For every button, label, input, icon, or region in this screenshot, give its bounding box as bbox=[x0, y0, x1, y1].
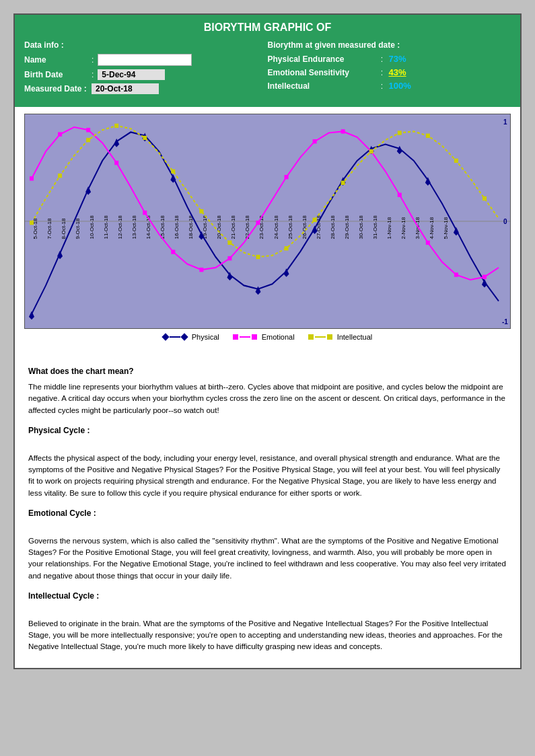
svg-rect-82 bbox=[398, 130, 402, 135]
physical-cycle-title: Physical Cycle : bbox=[28, 426, 507, 435]
svg-rect-83 bbox=[426, 134, 430, 138]
svg-rect-52 bbox=[30, 176, 34, 180]
emotional-line-icon bbox=[233, 334, 257, 340]
svg-rect-75 bbox=[199, 209, 203, 213]
emotional-value: 43% bbox=[389, 67, 406, 77]
svg-text:28-Oct-18: 28-Oct-18 bbox=[330, 215, 336, 239]
chart-meaning-title: What does the chart mean? bbox=[28, 367, 507, 376]
legend-physical: Physical bbox=[163, 333, 219, 341]
intellectual-cycle-body: Believed to originate in the brain. What… bbox=[28, 618, 507, 653]
physical-colon: : bbox=[376, 54, 389, 64]
birth-date-colon: : bbox=[92, 70, 94, 79]
svg-text:20-Oct-18: 20-Oct-18 bbox=[217, 215, 223, 239]
svg-text:13-Oct-18: 13-Oct-18 bbox=[131, 215, 137, 239]
svg-rect-65 bbox=[398, 193, 402, 197]
svg-rect-80 bbox=[341, 181, 345, 185]
svg-text:-1: -1 bbox=[502, 317, 508, 325]
emotional-legend-label: Emotional bbox=[262, 333, 295, 341]
intellectual-label: Intellectual bbox=[268, 81, 376, 91]
svg-text:1-Nov-18: 1-Nov-18 bbox=[386, 217, 392, 239]
svg-rect-72 bbox=[114, 124, 118, 128]
svg-text:12-Oct-18: 12-Oct-18 bbox=[117, 215, 123, 239]
header: BIORYTHM GRAPHIC OF Data info : Name : B… bbox=[15, 15, 520, 107]
intellectual-value: 100% bbox=[389, 81, 411, 91]
chart-meaning-body: The middle line represents your biorhyth… bbox=[28, 381, 507, 416]
svg-text:0: 0 bbox=[503, 218, 507, 225]
svg-text:25-Oct-18: 25-Oct-18 bbox=[287, 215, 293, 239]
name-colon: : bbox=[92, 55, 94, 65]
svg-text:8-Oct-18: 8-Oct-18 bbox=[61, 219, 67, 239]
svg-rect-74 bbox=[171, 169, 175, 174]
birth-date-value[interactable]: 5-Dec-94 bbox=[98, 69, 165, 80]
biorythm-label: Biorythm at given measured date : bbox=[268, 40, 511, 50]
svg-rect-77 bbox=[256, 255, 260, 259]
physical-value: 73% bbox=[389, 54, 406, 64]
svg-text:5-Nov-18: 5-Nov-18 bbox=[443, 217, 449, 239]
svg-rect-81 bbox=[369, 149, 373, 153]
svg-rect-63 bbox=[341, 129, 345, 133]
svg-rect-73 bbox=[143, 136, 147, 140]
measured-date-value[interactable]: 20-Oct-18 bbox=[92, 83, 159, 94]
svg-text:2-Nov-18: 2-Nov-18 bbox=[400, 217, 406, 239]
svg-text:29-Oct-18: 29-Oct-18 bbox=[344, 215, 350, 239]
svg-rect-79 bbox=[313, 218, 317, 222]
svg-rect-56 bbox=[143, 211, 147, 215]
svg-rect-53 bbox=[58, 133, 62, 137]
legend-intellectual: Intellectual bbox=[308, 333, 373, 341]
svg-rect-67 bbox=[454, 272, 458, 276]
page-title: BIORYTHM GRAPHIC OF bbox=[24, 22, 511, 34]
emotional-cycle-title: Emotional Cycle : bbox=[28, 508, 507, 518]
svg-text:7-Oct-18: 7-Oct-18 bbox=[46, 219, 52, 239]
intellectual-colon: : bbox=[376, 81, 389, 91]
legend-emotional: Emotional bbox=[233, 333, 295, 341]
svg-rect-57 bbox=[171, 250, 175, 254]
page: BIORYTHM GRAPHIC OF Data info : Name : B… bbox=[13, 13, 522, 669]
svg-rect-59 bbox=[227, 256, 231, 260]
chart-area: 1 0 -1 5-Oct-18 7-Oct-18 8-Oct-18 9-Oct-… bbox=[15, 107, 520, 348]
svg-text:30-Oct-18: 30-Oct-18 bbox=[358, 215, 364, 239]
svg-text:10-Oct-18: 10-Oct-18 bbox=[89, 215, 95, 239]
svg-rect-66 bbox=[426, 241, 430, 245]
svg-rect-68 bbox=[483, 275, 487, 279]
content-area: What does the chart mean? The middle lin… bbox=[15, 348, 520, 668]
svg-rect-70 bbox=[58, 174, 62, 178]
physical-cycle-body: Affects the physical aspect of the body,… bbox=[28, 453, 507, 499]
birth-date-label: Birth Date bbox=[24, 70, 92, 79]
svg-text:11-Oct-18: 11-Oct-18 bbox=[103, 215, 109, 239]
svg-text:31-Oct-18: 31-Oct-18 bbox=[372, 215, 378, 239]
emotional-cycle-body: Governs the nervous system, which is als… bbox=[28, 535, 507, 582]
emotional-label: Emotional Sensitivity bbox=[268, 68, 376, 77]
name-input[interactable] bbox=[98, 54, 192, 66]
svg-rect-84 bbox=[454, 159, 458, 163]
physical-line-icon bbox=[163, 334, 187, 340]
svg-rect-58 bbox=[199, 268, 203, 272]
data-info-label: Data info : bbox=[24, 40, 268, 50]
svg-text:21-Oct-18: 21-Oct-18 bbox=[231, 215, 237, 239]
intellectual-legend-label: Intellectual bbox=[337, 333, 373, 341]
svg-rect-71 bbox=[86, 138, 90, 142]
svg-rect-85 bbox=[483, 196, 487, 200]
physical-legend-label: Physical bbox=[192, 333, 219, 341]
svg-rect-61 bbox=[285, 175, 289, 179]
name-label: Name bbox=[24, 55, 92, 65]
measured-date-label: Measured Date : bbox=[24, 84, 92, 93]
svg-text:9-Oct-18: 9-Oct-18 bbox=[75, 219, 81, 239]
svg-rect-54 bbox=[86, 128, 90, 132]
chart-container: 1 0 -1 5-Oct-18 7-Oct-18 8-Oct-18 9-Oct-… bbox=[24, 114, 511, 329]
emotional-colon: : bbox=[376, 68, 389, 77]
chart-svg: 1 0 -1 5-Oct-18 7-Oct-18 8-Oct-18 9-Oct-… bbox=[25, 114, 510, 328]
svg-text:16-Oct-18: 16-Oct-18 bbox=[174, 215, 180, 239]
chart-legend: Physical Emotional Intellectual bbox=[24, 333, 511, 341]
physical-label: Physical Endurance bbox=[268, 54, 376, 64]
svg-rect-62 bbox=[313, 139, 317, 143]
svg-text:24-Oct-18: 24-Oct-18 bbox=[273, 215, 279, 239]
svg-text:1: 1 bbox=[503, 118, 507, 126]
svg-text:26-Oct-18: 26-Oct-18 bbox=[301, 215, 308, 239]
svg-rect-55 bbox=[114, 161, 118, 165]
svg-rect-69 bbox=[30, 221, 34, 225]
svg-rect-76 bbox=[227, 241, 231, 245]
svg-text:4-Nov-18: 4-Nov-18 bbox=[429, 217, 435, 239]
intellectual-line-icon bbox=[308, 334, 332, 340]
svg-rect-78 bbox=[285, 246, 289, 250]
intellectual-cycle-title: Intellectual Cycle : bbox=[28, 591, 507, 601]
